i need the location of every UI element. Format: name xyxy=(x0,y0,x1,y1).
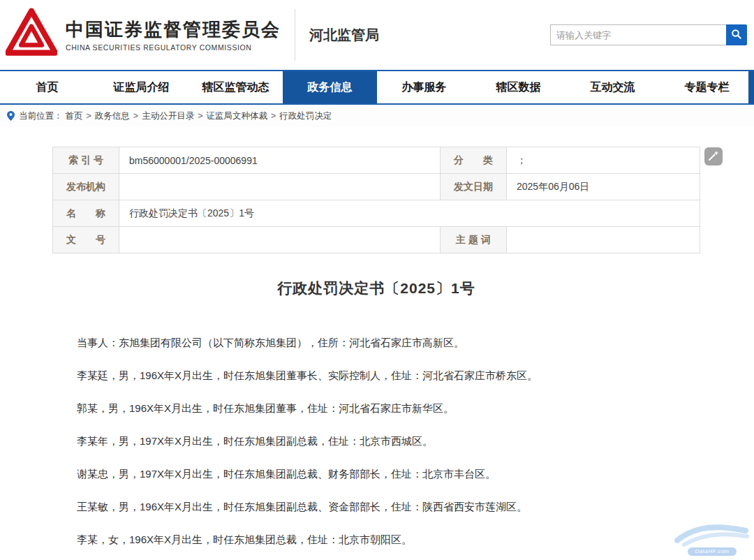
nav-item[interactable]: 专题专栏 xyxy=(660,71,754,103)
search-input[interactable] xyxy=(550,24,726,45)
breadcrumb-items: 首页>政务信息>主动公开目录>证监局文种体裁>行政处罚决定 xyxy=(66,110,332,122)
search-box xyxy=(550,24,747,45)
subject-label: 主 题 词 xyxy=(441,227,507,253)
watermark-text: DataHF.com xyxy=(688,547,736,556)
nav-item[interactable]: 证监局介绍 xyxy=(94,71,188,103)
magic-wand-icon xyxy=(708,150,719,163)
index-value: bm56000001/2025-00006991 xyxy=(119,147,441,174)
search-icon xyxy=(731,29,742,42)
body-paragraph: 郭某，男，196X年X月出生，时任东旭集团董事，住址：河北省石家庄市新华区。 xyxy=(77,403,754,414)
body-paragraph: 王某敏，男，196X年X月出生，时任东旭集团副总裁、资金部部长，住址：陕西省西安… xyxy=(77,501,754,513)
agency-label: 发布机构 xyxy=(53,174,119,200)
docno-value xyxy=(119,227,441,253)
breadcrumb-link[interactable]: 政务信息 xyxy=(95,111,130,121)
accessibility-button[interactable] xyxy=(704,147,723,165)
breadcrumb-link: 行政处罚决定 xyxy=(279,111,332,121)
table-row: 文 号 主 题 词 xyxy=(53,227,700,253)
breadcrumb-separator: > xyxy=(87,111,91,121)
search-button[interactable] xyxy=(726,24,747,45)
location-pin-icon xyxy=(7,111,15,121)
bureau-name: 河北监管局 xyxy=(309,26,379,45)
date-value: 2025年06月06日 xyxy=(507,174,700,200)
breadcrumb-link[interactable]: 证监局文种体裁 xyxy=(206,111,267,121)
nav-item[interactable]: 辖区监管动态 xyxy=(188,71,283,103)
csrc-logo-icon xyxy=(6,7,57,60)
nav-item[interactable]: 辖区数据 xyxy=(471,71,566,103)
org-title-block: 中国证券监督管理委员会 CHINA SECURITIES REGULATORY … xyxy=(66,18,281,52)
table-row: 索 引 号 bm56000001/2025-00006991 分 类 ； xyxy=(53,147,700,174)
date-label: 发文日期 xyxy=(441,174,507,200)
breadcrumb-link[interactable]: 主动公开目录 xyxy=(142,111,194,121)
table-row: 名 称 行政处罚决定书〔2025〕1号 xyxy=(53,200,700,227)
table-row: 发布机构 发文日期 2025年06月06日 xyxy=(53,174,700,200)
nav-item[interactable]: 政务信息 xyxy=(283,71,377,103)
metadata-table: 索 引 号 bm56000001/2025-00006991 分 类 ； 发布机… xyxy=(52,147,700,253)
nav-right-accent xyxy=(748,71,754,103)
body-paragraph: 谢某忠，男，197X年X月出生，时任东旭集团副总裁、财务部部长，住址：北京市丰台… xyxy=(77,469,754,480)
org-name-en: CHINA SECURITIES REGULATORY COMMISSION xyxy=(66,43,281,52)
metadata-table-wrap: 索 引 号 bm56000001/2025-00006991 分 类 ； 发布机… xyxy=(52,147,700,253)
breadcrumb-link[interactable]: 首页 xyxy=(66,111,83,121)
document-body: 当事人：东旭集团有限公司（以下简称东旭集团），住所：河北省石家庄市高新区。李某廷… xyxy=(52,337,754,545)
header-divider xyxy=(295,9,295,61)
breadcrumb-separator: > xyxy=(133,111,138,121)
docno-label: 文 号 xyxy=(53,227,119,253)
body-paragraph: 当事人：东旭集团有限公司（以下简称东旭集团），住所：河北省石家庄市高新区。 xyxy=(77,337,754,348)
breadcrumb-separator: > xyxy=(271,111,276,121)
nav-item[interactable]: 互动交流 xyxy=(566,71,660,103)
breadcrumb-prefix: 当前位置： xyxy=(19,110,63,122)
org-name-cn: 中国证券监督管理委员会 xyxy=(66,18,281,41)
body-paragraph: 李某，女，196X年X月出生，时任东旭集团总裁，住址：北京市朝阳区。 xyxy=(77,534,754,545)
name-value: 行政处罚决定书〔2025〕1号 xyxy=(119,200,700,227)
breadcrumb-separator: > xyxy=(198,111,202,121)
index-label: 索 引 号 xyxy=(53,147,119,174)
nav-item[interactable]: 办事服务 xyxy=(377,71,471,103)
body-paragraph: 李某廷，男，196X年X月出生，时任东旭集团董事长、实际控制人，住址：河北省石家… xyxy=(77,370,754,381)
agency-value xyxy=(119,174,441,200)
site-header: 中国证券监督管理委员会 CHINA SECURITIES REGULATORY … xyxy=(0,0,754,70)
category-value: ； xyxy=(507,147,700,174)
name-label: 名 称 xyxy=(53,200,119,227)
breadcrumb: 当前位置： 首页>政务信息>主动公开目录>证监局文种体裁>行政处罚决定 xyxy=(0,105,754,127)
document-title: 行政处罚决定书〔2025〕1号 xyxy=(52,279,700,298)
subject-value xyxy=(507,227,700,253)
nav-item[interactable]: 首页 xyxy=(0,71,94,103)
main-content: 索 引 号 bm56000001/2025-00006991 分 类 ； 发布机… xyxy=(0,127,754,545)
body-paragraph: 李某年，男，197X年X月出生，时任东旭集团副总裁，住址：北京市西城区。 xyxy=(77,436,754,447)
category-label: 分 类 xyxy=(441,147,507,174)
main-nav: 首页证监局介绍辖区监管动态政务信息办事服务辖区数据互动交流专题专栏 xyxy=(0,70,754,105)
